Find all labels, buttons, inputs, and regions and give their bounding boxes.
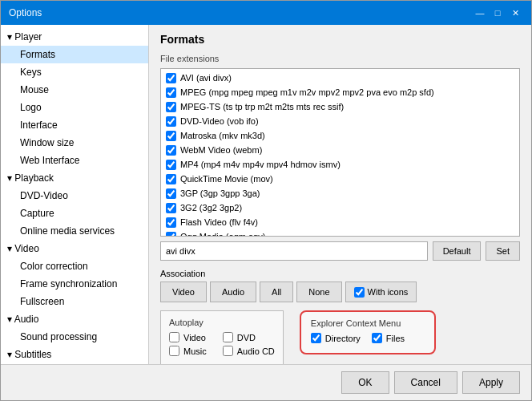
explorer-context-menu-label: Explorer Context Menu [311,318,425,328]
dialog-footer: OK Cancel Apply [1,364,531,400]
autoplay-audio-cd-row: Audio CD [223,346,275,356]
sidebar-item-sound-processing[interactable]: Sound processing [1,328,148,346]
title-bar-controls: — □ ✕ [472,6,523,20]
file-extensions-label: File extensions [160,54,520,63]
autoplay-label: Autoplay [169,318,275,327]
sidebar-item-frame-sync[interactable]: Frame synchronization [1,275,148,293]
set-button[interactable]: Set [486,241,520,261]
explorer-context-menu-section: Explorer Context Menu Directory Files [300,310,436,354]
autoplay-music-label: Music [183,346,207,356]
autoplay-dvd-row: DVD [223,332,275,342]
sidebar-item-video[interactable]: ▾ Video [1,240,148,257]
assoc-with-icons-button[interactable]: With icons [345,282,417,302]
sidebar-item-keys[interactable]: Keys [1,63,148,81]
sidebar-item-fullscreen[interactable]: Fullscreen [1,293,148,310]
assoc-audio-button[interactable]: Audio [210,282,256,302]
ext-checkbox-mpeg-ts[interactable] [166,102,176,112]
sidebar-item-capture[interactable]: Capture [1,205,148,222]
list-item: 3G2 (3g2 3gp2) [163,200,518,215]
ok-button[interactable]: OK [341,371,389,394]
ext-checkbox-avi[interactable] [166,73,176,83]
maximize-button[interactable]: □ [490,6,506,20]
explorer-files-checkbox[interactable] [372,333,382,343]
sidebar-item-interface[interactable]: Interface [1,116,148,134]
ext-checkbox-dvd[interactable] [166,116,176,127]
association-buttons: Video Audio All None With icons [160,282,520,302]
sidebar-item-online-media[interactable]: Online media services [1,222,148,240]
sidebar-item-logo[interactable]: Logo [1,99,148,116]
search-row: Default Set [160,241,520,261]
ext-checkbox-mp4[interactable] [166,160,176,170]
search-input[interactable] [160,241,428,261]
autoplay-dvd-label: DVD [237,333,256,342]
sidebar-item-dvd-video[interactable]: DVD-Video [1,187,148,205]
sidebar-item-player[interactable]: ▾ Player [1,28,148,46]
list-item: WebM Video (webm) [163,143,518,157]
sidebar-tree: ▾ Player Formats Keys Mouse Logo Interfa… [1,25,149,364]
default-button[interactable]: Default [433,241,482,261]
cancel-button[interactable]: Cancel [394,371,457,394]
assoc-all-button[interactable]: All [260,282,293,302]
autoplay-section: Autoplay Video Music [160,310,284,364]
main-content: Formats File extensions AVI (avi divx) M… [149,25,531,364]
ext-checkbox-3gp[interactable] [166,188,176,199]
bottom-row: Autoplay Video Music [160,310,520,364]
dialog-body: ▾ Player Formats Keys Mouse Logo Interfa… [1,25,531,364]
association-label: Association [160,269,520,278]
ext-checkbox-mov[interactable] [166,174,176,184]
list-item: MPEG (mpg mpeg mpeg m1v m2v mpv2 mpv2 pv… [163,85,518,99]
explorer-directory-label: Directory [325,334,361,343]
explorer-checks: Directory Files [311,333,425,346]
autoplay-audio-cd-label: Audio CD [237,346,275,356]
sidebar-item-audio[interactable]: ▾ Audio [1,310,148,328]
list-item: MPEG-TS (ts tp trp m2t m2ts mts rec ssif… [163,99,518,114]
list-item: 3GP (3gp 3gpp 3ga) [163,186,518,200]
explorer-directory-checkbox[interactable] [311,333,321,343]
ext-checkbox-flv[interactable] [166,217,176,228]
assoc-video-button[interactable]: Video [160,282,207,302]
explorer-files-label: Files [386,334,405,343]
sidebar-item-subtitles[interactable]: ▾ Subtitles [1,346,148,363]
sidebar-item-mouse[interactable]: Mouse [1,81,148,99]
list-item: Flash Video (flv f4v) [163,215,518,229]
ext-checkbox-ogg[interactable] [166,232,176,237]
section-title: Formats [160,33,520,46]
sidebar-item-formats[interactable]: Formats [1,46,148,63]
apply-button[interactable]: Apply [462,371,520,394]
explorer-files-row: Files [372,333,405,343]
dialog-title: Options [9,7,42,18]
minimize-button[interactable]: — [472,6,488,20]
sidebar-item-playback[interactable]: ▾ Playback [1,169,148,187]
list-item: Matroska (mkv mk3d) [163,128,518,143]
options-dialog: Options — □ ✕ ▾ Player Formats Keys Mous… [0,0,532,401]
autoplay-dvd-checkbox[interactable] [223,332,233,342]
autoplay-video-label: Video [183,333,206,342]
list-item: MP4 (mp4 m4v mp4v mpv4 hdmov ismv) [163,157,518,172]
ext-checkbox-mpeg[interactable] [166,87,176,98]
with-icons-checkbox[interactable] [354,287,365,298]
autoplay-music-row: Music [169,346,207,356]
autoplay-video-checkbox[interactable] [169,332,179,342]
file-extensions-list: AVI (avi divx) MPEG (mpg mpeg mpeg m1v m… [160,68,520,237]
explorer-directory-row: Directory [311,333,361,343]
autoplay-video-row: Video [169,332,207,342]
sidebar-item-web-interface[interactable]: Web Interface [1,152,148,169]
ext-checkbox-3g2[interactable] [166,203,176,213]
close-button[interactable]: ✕ [507,6,523,20]
list-item: AVI (avi divx) [163,71,518,85]
association-section: Association Video Audio All None With ic… [160,269,520,302]
assoc-none-button[interactable]: None [296,282,341,302]
sidebar-item-color-correction[interactable]: Color correction [1,257,148,275]
list-item: QuickTime Movie (mov) [163,172,518,186]
list-item: DVD-Video (vob ifo) [163,114,518,128]
autoplay-music-checkbox[interactable] [169,346,179,356]
list-item: Ogg Media (ogm ogv) [163,229,518,237]
sidebar-item-window-size[interactable]: Window size [1,134,148,152]
title-bar: Options — □ ✕ [1,1,531,25]
autoplay-audio-cd-checkbox[interactable] [223,346,233,356]
ext-checkbox-mkv[interactable] [166,131,176,141]
ext-checkbox-webm[interactable] [166,145,176,156]
